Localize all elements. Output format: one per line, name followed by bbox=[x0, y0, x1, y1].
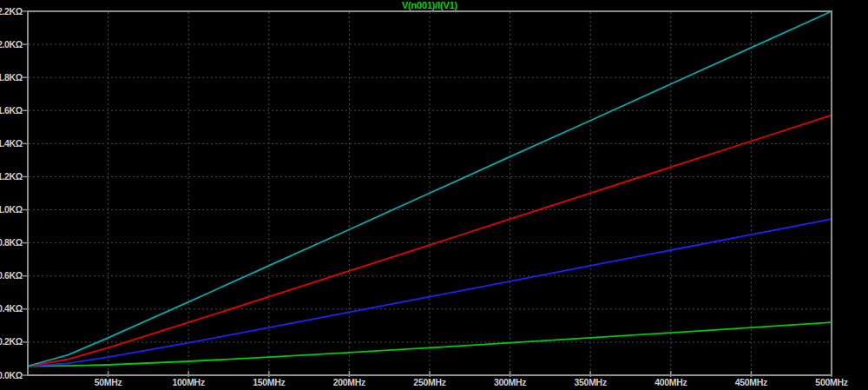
y-tick-label: 2.0KΩ bbox=[0, 39, 23, 50]
x-tick-label: 400MHz bbox=[654, 377, 687, 387]
x-tick-label: 500MHz bbox=[815, 377, 847, 387]
waveform-plot-area[interactable]: 0.0KΩ0.2KΩ0.4KΩ0.6KΩ0.8KΩ1.0KΩ1.2KΩ1.4KΩ… bbox=[0, 0, 868, 390]
x-tick-label: 300MHz bbox=[494, 377, 526, 387]
y-tick-label: 0.4KΩ bbox=[0, 303, 23, 314]
y-tick-label: 1.2KΩ bbox=[0, 171, 23, 182]
x-tick-label: 150MHz bbox=[253, 377, 285, 387]
x-tick-label: 50MHz bbox=[95, 377, 122, 387]
x-tick-label: 350MHz bbox=[575, 377, 607, 387]
x-tick-label: 450MHz bbox=[735, 377, 767, 387]
y-tick-label: 1.0KΩ bbox=[0, 204, 23, 215]
y-tick-label: 0.8KΩ bbox=[0, 237, 23, 248]
y-tick-label: 1.8KΩ bbox=[0, 72, 23, 83]
y-tick-label: 1.4KΩ bbox=[0, 138, 23, 149]
ltspice-waveform-pane: V(n001)/I(V1) 0.0KΩ0.2KΩ0.4KΩ0.6KΩ0.8KΩ1… bbox=[0, 0, 868, 390]
x-tick-label: 200MHz bbox=[333, 377, 365, 387]
y-tick-label: 2.2KΩ bbox=[0, 6, 23, 17]
y-tick-label: 0.2KΩ bbox=[0, 336, 23, 347]
y-tick-label: 0.0KΩ bbox=[0, 370, 23, 380]
y-tick-label: 1.6KΩ bbox=[0, 105, 23, 116]
trace-step-2 bbox=[28, 219, 832, 366]
x-tick-label: 100MHz bbox=[173, 377, 205, 387]
x-tick-label: 250MHz bbox=[413, 377, 445, 387]
trace-step-1 bbox=[28, 322, 832, 366]
y-tick-label: 0.6KΩ bbox=[0, 270, 23, 281]
